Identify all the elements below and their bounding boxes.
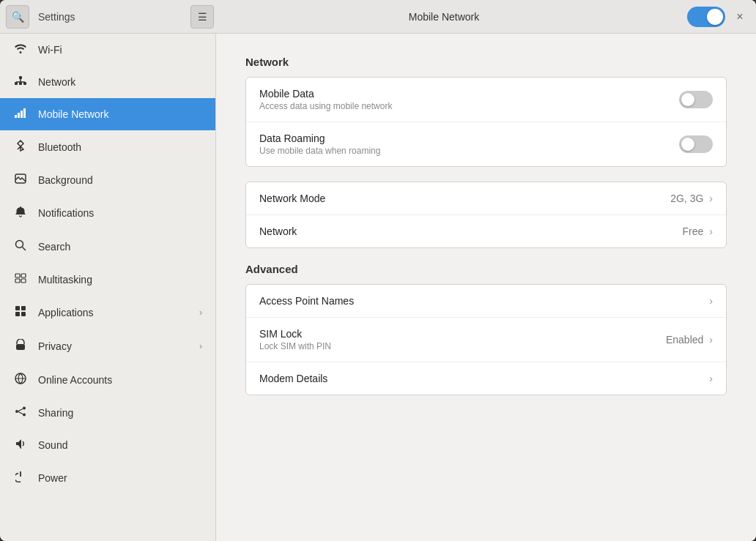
sidebar-item-sharing[interactable]: Sharing bbox=[0, 397, 215, 429]
sidebar-label-privacy: Privacy bbox=[38, 340, 72, 352]
menu-button[interactable]: ☰ bbox=[190, 5, 214, 29]
modem-details-row[interactable]: Modem Details › bbox=[246, 362, 726, 395]
sidebar-label-applications: Applications bbox=[38, 307, 94, 318]
sidebar-label-background: Background bbox=[38, 174, 93, 186]
sidebar-label-notifications: Notifications bbox=[38, 207, 94, 219]
apps-icon bbox=[13, 305, 28, 320]
online-accounts-icon bbox=[13, 373, 28, 387]
sim-lock-label: SIM Lock bbox=[259, 328, 666, 340]
privacy-icon bbox=[13, 339, 28, 354]
app-title: Settings bbox=[38, 11, 75, 23]
sidebar-label-network: Network bbox=[38, 76, 75, 88]
sidebar-item-background[interactable]: Background bbox=[0, 164, 215, 196]
sim-lock-row[interactable]: SIM Lock Lock SIM with PIN Enabled › bbox=[246, 318, 726, 362]
titlebar-right: × bbox=[668, 7, 756, 27]
data-roaming-row[interactable]: Data Roaming Use mobile data when roamin… bbox=[246, 122, 726, 166]
svg-line-27 bbox=[18, 412, 23, 414]
svg-rect-6 bbox=[15, 115, 17, 118]
data-roaming-sub: Use mobile data when roaming bbox=[259, 146, 679, 156]
svg-rect-16 bbox=[21, 279, 26, 283]
network-mode-card: Network Mode 2G, 3G › Network Free › bbox=[245, 182, 727, 248]
svg-point-25 bbox=[23, 414, 26, 417]
svg-rect-15 bbox=[15, 279, 20, 283]
sidebar-item-applications[interactable]: Applications › bbox=[0, 296, 215, 329]
sidebar-item-wifi[interactable]: Wi-Fi bbox=[0, 34, 215, 66]
sidebar-item-search[interactable]: Search bbox=[0, 230, 215, 264]
svg-line-12 bbox=[23, 247, 26, 251]
svg-rect-20 bbox=[21, 312, 26, 316]
sidebar-label-wifi: Wi-Fi bbox=[38, 44, 62, 56]
main-content: Network Mobile Data Access data using mo… bbox=[216, 34, 756, 541]
titlebar: 🔍 Settings ☰ Mobile Network × bbox=[0, 0, 756, 34]
sidebar-label-search: Search bbox=[38, 241, 70, 253]
sidebar-label-power: Power bbox=[38, 472, 67, 484]
network-section-title: Network bbox=[245, 56, 727, 68]
sidebar-item-power[interactable]: Power bbox=[0, 461, 215, 495]
sidebar-item-sound[interactable]: Sound bbox=[0, 429, 215, 461]
wifi-icon bbox=[13, 43, 28, 56]
network-mode-row[interactable]: Network Mode 2G, 3G › bbox=[246, 182, 726, 215]
advanced-section-title: Advanced bbox=[245, 263, 727, 275]
bell-icon bbox=[13, 206, 28, 220]
network-mode-label: Network Mode bbox=[259, 193, 670, 204]
sidebar-label-sharing: Sharing bbox=[38, 407, 73, 419]
access-point-names-label: Access Point Names bbox=[259, 295, 709, 307]
applications-arrow: › bbox=[199, 307, 202, 318]
mobile-data-row[interactable]: Mobile Data Access data using mobile net… bbox=[246, 78, 726, 122]
window-title: Mobile Network bbox=[220, 11, 668, 23]
sound-icon bbox=[13, 439, 28, 452]
svg-rect-19 bbox=[15, 312, 20, 316]
svg-rect-13 bbox=[15, 274, 20, 277]
close-button[interactable]: × bbox=[731, 8, 749, 26]
sidebar-item-online-accounts[interactable]: Online Accounts bbox=[0, 363, 215, 397]
network-label: Network bbox=[259, 225, 683, 237]
search-sidebar-icon bbox=[13, 239, 28, 254]
svg-rect-7 bbox=[18, 113, 20, 118]
sidebar-label-mobile-network: Mobile Network bbox=[38, 108, 108, 120]
svg-rect-21 bbox=[16, 344, 25, 350]
access-point-chevron: › bbox=[709, 295, 713, 307]
svg-point-24 bbox=[23, 407, 26, 410]
mobile-data-toggle[interactable] bbox=[679, 91, 713, 108]
svg-line-26 bbox=[18, 409, 23, 411]
svg-point-11 bbox=[16, 241, 23, 248]
network-value: Free bbox=[683, 225, 704, 237]
svg-point-23 bbox=[15, 410, 18, 413]
sidebar-item-bluetooth[interactable]: Bluetooth bbox=[0, 130, 215, 164]
privacy-arrow: › bbox=[199, 341, 202, 351]
sidebar-label-multitasking: Multitasking bbox=[38, 274, 92, 286]
sidebar-item-notifications[interactable]: Notifications bbox=[0, 196, 215, 230]
background-icon bbox=[13, 174, 28, 187]
svg-rect-0 bbox=[19, 76, 22, 79]
sidebar-item-mobile-network[interactable]: Mobile Network bbox=[0, 98, 215, 130]
network-mode-value: 2G, 3G bbox=[670, 193, 703, 204]
access-point-names-row[interactable]: Access Point Names › bbox=[246, 285, 726, 318]
svg-rect-18 bbox=[21, 306, 26, 310]
mobile-network-toggle[interactable] bbox=[687, 7, 725, 27]
sidebar-item-network[interactable]: Network bbox=[0, 66, 215, 98]
network-chevron: › bbox=[709, 225, 713, 237]
sim-lock-sub: Lock SIM with PIN bbox=[259, 341, 666, 351]
sidebar-label-bluetooth: Bluetooth bbox=[38, 141, 81, 153]
signal-icon bbox=[13, 108, 28, 121]
advanced-card: Access Point Names › SIM Lock Lock SIM w… bbox=[245, 284, 727, 395]
sidebar-item-multitasking[interactable]: Multitasking bbox=[0, 264, 215, 296]
sidebar-item-privacy[interactable]: Privacy › bbox=[0, 329, 215, 363]
sidebar-label-sound: Sound bbox=[38, 439, 67, 451]
sidebar-label-online-accounts: Online Accounts bbox=[38, 374, 112, 386]
power-icon bbox=[13, 471, 28, 485]
svg-rect-8 bbox=[21, 111, 23, 118]
content-area: Wi-Fi Network bbox=[0, 34, 756, 541]
mobile-data-sub: Access data using mobile network bbox=[259, 101, 679, 111]
data-roaming-toggle[interactable] bbox=[679, 135, 713, 153]
search-button[interactable]: 🔍 bbox=[6, 5, 29, 29]
titlebar-left: 🔍 Settings ☰ bbox=[0, 5, 220, 29]
network-row[interactable]: Network Free › bbox=[246, 215, 726, 247]
data-roaming-label: Data Roaming bbox=[259, 133, 679, 144]
sim-lock-value: Enabled bbox=[666, 334, 703, 346]
mobile-data-label: Mobile Data bbox=[259, 88, 679, 100]
menu-icon: ☰ bbox=[198, 11, 207, 23]
network-card: Mobile Data Access data using mobile net… bbox=[245, 77, 727, 167]
modem-details-label: Modem Details bbox=[259, 373, 709, 384]
bluetooth-icon bbox=[13, 140, 28, 154]
